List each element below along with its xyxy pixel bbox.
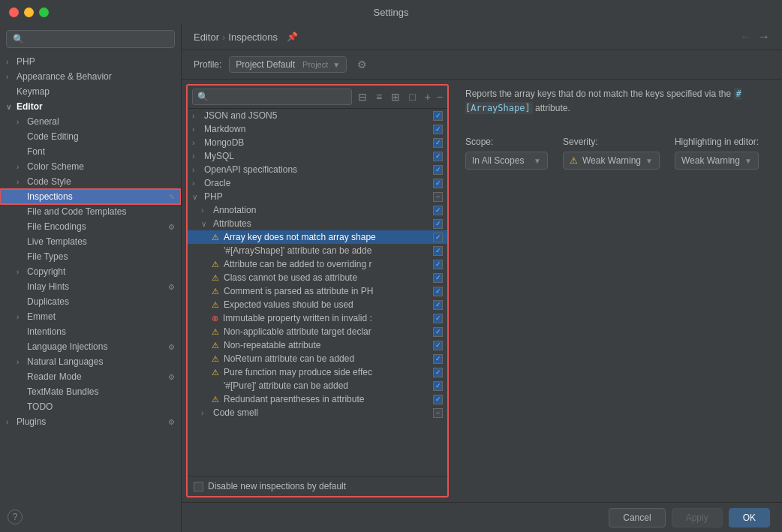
checkbox-php[interactable]: − (433, 192, 443, 202)
sidebar-item-file-encodings[interactable]: File Encodings ⚙ (0, 219, 181, 234)
tree-item-noreturn[interactable]: ⚠ NoReturn attribute can be added ✓ (188, 352, 447, 365)
checkbox-immutable[interactable]: ✓ (433, 314, 443, 323)
sidebar-item-language-injections[interactable]: Language Injections ⚙ (0, 339, 181, 354)
forward-arrow[interactable]: → (758, 30, 770, 44)
checkbox-comment-attr[interactable]: ✓ (433, 287, 443, 296)
checkbox-code-smell[interactable]: − (433, 408, 443, 418)
tree-item-expected-values[interactable]: ⚠ Expected values should be used ✓ (188, 298, 447, 311)
tree-item-openapi[interactable]: › OpenAPI specifications ✓ (188, 163, 447, 176)
sidebar-item-copyright[interactable]: › Copyright (0, 264, 181, 279)
sidebar-item-reader-mode[interactable]: Reader Mode ⚙ (0, 369, 181, 384)
severity-select[interactable]: ⚠ Weak Warning ▼ (563, 152, 660, 170)
tree-item-mysql[interactable]: › MySQL ✓ (188, 149, 447, 163)
checkbox-non-applicable[interactable]: ✓ (433, 327, 443, 337)
cancel-button[interactable]: Cancel (609, 508, 665, 527)
checkbox-oracle[interactable]: ✓ (433, 179, 443, 188)
tree-item-pure-attr[interactable]: '#[Pure]' attribute can be added ✓ (188, 379, 447, 392)
checkbox-pure-attr[interactable]: ✓ (433, 381, 443, 391)
sidebar-search[interactable] (6, 30, 175, 48)
inspection-search-input[interactable] (192, 89, 352, 105)
checkbox-mongodb[interactable]: ✓ (433, 138, 443, 148)
checkbox-markdown[interactable]: ✓ (433, 125, 443, 134)
group-button[interactable]: ⊞ (388, 90, 403, 104)
tree-item-array-key[interactable]: ⚠ Array key does not match array shape ✓ (188, 230, 447, 244)
checkbox-redundant[interactable]: ✓ (433, 395, 443, 404)
checkbox-expected-values[interactable]: ✓ (433, 300, 443, 310)
ok-button[interactable]: OK (729, 508, 770, 527)
minimize-button[interactable] (24, 8, 34, 17)
sidebar-item-file-types[interactable]: File Types (0, 249, 181, 264)
sidebar-item-emmet[interactable]: › Emmet (0, 309, 181, 324)
checkbox-pure-function[interactable]: ✓ (433, 368, 443, 377)
checkbox-class-attr[interactable]: ✓ (433, 273, 443, 283)
sidebar-item-todo[interactable]: TODO (0, 399, 181, 414)
sidebar-item-font[interactable]: Font (0, 144, 181, 159)
tree-item-annotation[interactable]: › Annotation ✓ (188, 203, 447, 217)
tree-item-json[interactable]: › JSON and JSON5 ✓ (188, 109, 447, 122)
tree-item-pure-function[interactable]: ⚠ Pure function may produce side effec ✓ (188, 365, 447, 379)
tree-item-attr-overriding[interactable]: ⚠ Attribute can be added to overriding r… (188, 257, 447, 271)
tree-item-attributes[interactable]: ∨ Attributes ✓ (188, 217, 447, 230)
profile-select[interactable]: Project Default Project ▼ (229, 56, 347, 73)
checkbox-non-repeatable[interactable]: ✓ (433, 341, 443, 350)
sidebar-item-color-scheme[interactable]: › Color Scheme (0, 159, 181, 174)
sidebar-item-code-editing[interactable]: Code Editing (0, 129, 181, 144)
sidebar-item-inspections[interactable]: Inspections ✎ (0, 189, 181, 204)
window-controls[interactable] (9, 8, 49, 17)
sidebar-item-keymap[interactable]: Keymap (0, 84, 181, 99)
maximize-button[interactable] (39, 8, 49, 17)
chevron-right-icon: › (6, 58, 17, 66)
sidebar-item-general[interactable]: › General (0, 114, 181, 129)
sidebar-item-php[interactable]: › PHP (0, 54, 181, 69)
sort-alpha-button[interactable]: ≡ (373, 90, 385, 104)
tree-item-label: Attributes (213, 218, 430, 229)
checkbox-noreturn[interactable]: ✓ (433, 354, 443, 364)
sidebar-item-live-templates[interactable]: Live Templates (0, 234, 181, 249)
expand-button[interactable]: □ (406, 90, 418, 104)
add-button[interactable]: + (422, 90, 434, 104)
checkbox-openapi[interactable]: ✓ (433, 165, 443, 175)
checkbox-arrayshape[interactable]: ✓ (433, 246, 443, 256)
close-button[interactable] (9, 8, 19, 17)
tree-item-mongodb[interactable]: › MongoDB ✓ (188, 136, 447, 149)
sidebar-item-code-style[interactable]: › Code Style (0, 174, 181, 189)
checkbox-annotation[interactable]: ✓ (433, 206, 443, 215)
tree-item-php[interactable]: ∨ PHP − (188, 190, 447, 203)
chevron-right-icon: › (17, 118, 27, 126)
sidebar-item-label: TextMate Bundles (27, 386, 175, 397)
sidebar-item-duplicates[interactable]: Duplicates (0, 294, 181, 309)
checkbox-json[interactable]: ✓ (433, 111, 443, 121)
sidebar-item-textmate-bundles[interactable]: TextMate Bundles (0, 384, 181, 399)
checkbox-attr-overriding[interactable]: ✓ (433, 260, 443, 269)
apply-button[interactable]: Apply (672, 508, 723, 527)
sidebar-item-appearance[interactable]: › Appearance & Behavior (0, 69, 181, 84)
filter-button[interactable]: ⊟ (355, 90, 370, 104)
tree-item-arrayshape[interactable]: '#[ArrayShape]' attribute can be adde ✓ (188, 244, 447, 257)
highlighting-select[interactable]: Weak Warning ▼ (675, 152, 759, 170)
tree-item-class-attr[interactable]: ⚠ Class cannot be used as attribute ✓ (188, 271, 447, 284)
sidebar-item-natural-languages[interactable]: › Natural Languages (0, 354, 181, 369)
disable-new-checkbox[interactable] (194, 482, 203, 491)
help-button[interactable]: ? (8, 509, 23, 524)
tree-item-comment-attr[interactable]: ⚠ Comment is parsed as attribute in PH ✓ (188, 284, 447, 298)
nav-arrows: ← → (740, 30, 770, 44)
tree-item-markdown[interactable]: › Markdown ✓ (188, 122, 447, 136)
sidebar-item-editor[interactable]: ∨ Editor (0, 99, 181, 114)
checkbox-mysql[interactable]: ✓ (433, 152, 443, 161)
tree-item-redundant[interactable]: ⚠ Redundant parentheses in attribute ✓ (188, 392, 447, 406)
profile-label: Profile: (194, 59, 221, 70)
tree-item-non-applicable[interactable]: ⚠ Non-applicable attribute target declar… (188, 325, 447, 338)
sidebar-item-plugins[interactable]: › Plugins ⚙ (0, 414, 181, 429)
checkbox-attributes[interactable]: ✓ (433, 219, 443, 229)
tree-item-immutable[interactable]: ⊗ Immutable property written in invalid … (188, 311, 447, 325)
tree-item-non-repeatable[interactable]: ⚠ Non-repeatable attribute ✓ (188, 338, 447, 352)
sidebar-item-inlay-hints[interactable]: Inlay Hints ⚙ (0, 279, 181, 294)
tree-item-code-smell[interactable]: › Code smell − (188, 406, 447, 419)
sidebar-item-intentions[interactable]: Intentions (0, 324, 181, 339)
profile-gear-button[interactable]: ⚙ (354, 57, 370, 72)
checkbox-array-key[interactable]: ✓ (433, 233, 443, 242)
sidebar-item-file-code-templates[interactable]: File and Code Templates (0, 204, 181, 219)
tree-item-oracle[interactable]: › Oracle ✓ (188, 176, 447, 190)
back-arrow[interactable]: ← (740, 30, 752, 44)
scope-select[interactable]: In All Scopes ▼ (465, 152, 548, 170)
